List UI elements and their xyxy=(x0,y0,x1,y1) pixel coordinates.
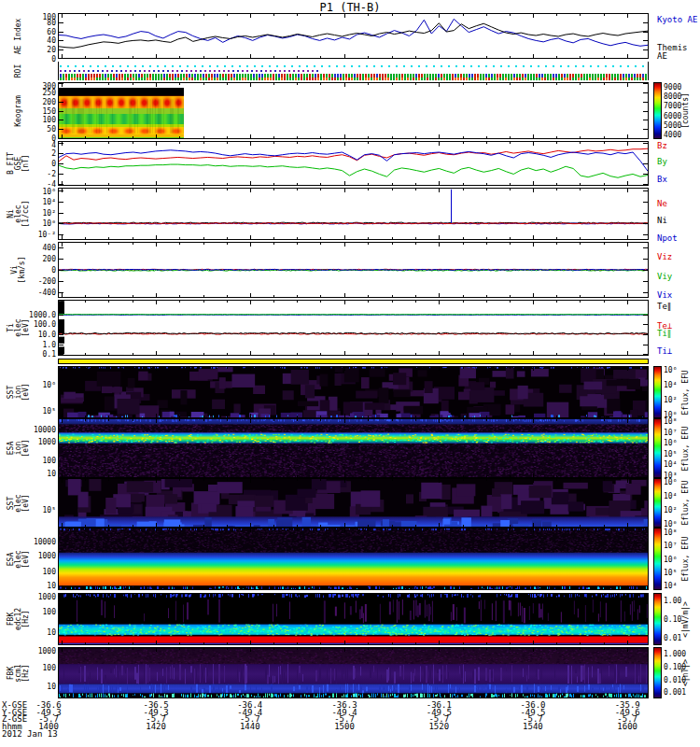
fbk_e-ytick: 100 xyxy=(17,608,56,616)
ae-series-label: Themis AE xyxy=(657,44,700,61)
page-title: P1 (TH-B) xyxy=(0,1,700,14)
temp-series-label: Te∥ xyxy=(657,303,671,311)
temp-ytick: 0.1 xyxy=(17,350,56,359)
ylabel-roi: ROI xyxy=(0,62,37,80)
roi-plot xyxy=(58,62,649,80)
axis-value-hhmm: 1520 xyxy=(411,723,467,730)
vi-ytick: 0 xyxy=(17,266,56,275)
temp-ytick: 100.0 xyxy=(17,320,56,329)
vi-series-label: Viy xyxy=(657,273,672,281)
esa_elec-colorbar xyxy=(653,528,662,590)
ae-ytick: 20 xyxy=(17,46,56,54)
sst_ion-cb-tick: 10² xyxy=(664,396,677,404)
ae-ytick: 80 xyxy=(17,19,56,27)
fbk_b-cb-unit: <|nT|> xyxy=(681,659,690,686)
esa_ion-cb-tick: 10⁴ xyxy=(664,460,677,469)
esa_ion-cb-tick: 10⁸ xyxy=(664,417,677,426)
vi-plot xyxy=(58,242,649,298)
ni-series-label: Ne xyxy=(657,200,667,208)
bfit-series-label: By xyxy=(657,158,667,166)
fbk_e-plot xyxy=(58,593,649,645)
esa_elec-cb-unit-wrap: Eflux, EFU xyxy=(679,528,692,590)
ni-ytick: 10⁶ xyxy=(17,188,56,196)
axis-value-hhmm: 1400 xyxy=(21,723,77,730)
esa_ion-cb-tick: 10⁶ xyxy=(664,439,677,447)
roi-axis-title: ROI xyxy=(15,64,22,78)
esa_ion-cb-tick: 10⁷ xyxy=(664,429,677,437)
bfit-ytick: 2 xyxy=(17,149,56,158)
ae-ytick: 40 xyxy=(17,36,56,45)
temp-series-label: Ti⊥ xyxy=(657,347,672,356)
ni-series-label: Ni xyxy=(657,217,667,225)
bfit-ytick: 4 xyxy=(17,141,56,149)
sst_ion-cb-unit: Eflux, EFU xyxy=(681,370,690,415)
sst_elec-cb-tick: 10² xyxy=(664,506,677,514)
axis-value-hhmm: 1440 xyxy=(222,723,278,730)
vi-ytick: -200 xyxy=(17,277,56,286)
temp-ytick: 1000.0 xyxy=(17,311,56,319)
esa_ion-colorbar xyxy=(653,418,662,478)
esa_ion-ytick: 10000 xyxy=(17,426,56,434)
axis-value-hhmm: 1420 xyxy=(128,723,184,730)
esa_elec-ytick: 10 xyxy=(17,582,56,590)
bfit-ytick: 0 xyxy=(17,160,56,168)
temp-series-label: Ti∥ xyxy=(657,330,671,338)
esa_ion-cb-unit: Eflux, EFU xyxy=(681,426,690,471)
vi-series-label: Viz xyxy=(657,253,672,261)
themis-summary-plot: P1 (TH-B) 2012 Jan 13 AE Index1008060402… xyxy=(0,0,700,747)
esa_elec-cb-tick: 10⁴ xyxy=(664,582,677,590)
sst_elec-cb-tick: 10⁰ xyxy=(664,520,677,529)
sst_ion-cb-tick: 10⁶ xyxy=(664,366,677,374)
ni-plot xyxy=(58,188,649,240)
esa_elec-cb-unit: Eflux, EFU xyxy=(681,536,690,581)
ae-ytick: 60 xyxy=(17,28,56,36)
vi-ytick: -400 xyxy=(17,289,56,297)
bfit-series-label: Bx xyxy=(657,176,667,184)
sst_ion-cb-unit-wrap: Eflux, EFU xyxy=(679,366,692,418)
ni-ytick: 10⁴ xyxy=(17,198,56,206)
ni-series-label: Npot xyxy=(657,234,678,243)
fbk_b-plot xyxy=(58,647,649,698)
date-label: 2012 Jan 13 xyxy=(2,729,58,739)
keogram-cb-unit: [counts] xyxy=(681,92,690,129)
esa_elec-cb-tick: 10⁶ xyxy=(664,556,677,564)
bfit-ytick: -2 xyxy=(17,170,56,178)
temp-ytick: 10.0 xyxy=(17,331,56,339)
ni-ytick: 10⁰ xyxy=(17,219,56,228)
fbk_b-ytick: 10 xyxy=(17,683,56,691)
keogram-ytick: 200 xyxy=(17,98,56,106)
ae-series-label: Kyoto AE xyxy=(657,16,697,24)
qbar-plot xyxy=(58,359,649,364)
fbk_e-ytick: 10 xyxy=(17,628,56,637)
fbk_b-colorbar xyxy=(653,647,662,698)
sst_ion-colorbar xyxy=(653,366,662,418)
esa_elec-cb-tick: 10⁸ xyxy=(664,529,677,537)
keogram-ytick: 250 xyxy=(17,89,56,97)
keogram-plot xyxy=(58,82,649,139)
fbk_e-cb-unit: <|mV/m|> xyxy=(681,601,690,638)
axis-value-hhmm: 1500 xyxy=(316,723,372,730)
esa_elec-cb-tick: 10⁷ xyxy=(664,542,677,550)
esa_elec-plot xyxy=(58,528,649,590)
sst_ion-cb-tick: 10⁴ xyxy=(664,381,677,389)
esa_ion-ytick: 100 xyxy=(17,457,56,465)
ae-plot xyxy=(58,13,649,59)
esa_ion-cb-unit-wrap: Eflux, EFU xyxy=(679,418,692,478)
axis-value-hhmm: 1540 xyxy=(505,723,561,730)
fbk_b-ytick: 1000 xyxy=(17,647,56,655)
esa_elec-cb-tick: 10⁵ xyxy=(664,569,677,577)
sst_ion-ytick: 10⁶ xyxy=(17,381,56,389)
ni-ytick: 10² xyxy=(17,209,56,218)
keogram-ytick: 100 xyxy=(17,116,56,124)
esa_elec-ytick: 10000 xyxy=(17,538,56,546)
fbk_e-cb-unit-wrap: <|mV/m|> xyxy=(679,593,692,645)
bfit-plot xyxy=(58,141,649,186)
sst_elec-cb-tick: 10⁴ xyxy=(664,492,677,500)
sst_ion-ytick: 10⁵ xyxy=(17,407,56,416)
vi-ytick: 200 xyxy=(17,255,56,263)
sst_elec-colorbar xyxy=(653,478,662,528)
fbk_e-ytick: 1000 xyxy=(17,593,56,601)
sst_elec-cb-unit-wrap: Eflux, EFU xyxy=(679,478,692,528)
sst_elec-cb-unit: Eflux, EFU xyxy=(681,480,690,525)
sst_elec-ytick: 10⁵ xyxy=(17,506,56,514)
